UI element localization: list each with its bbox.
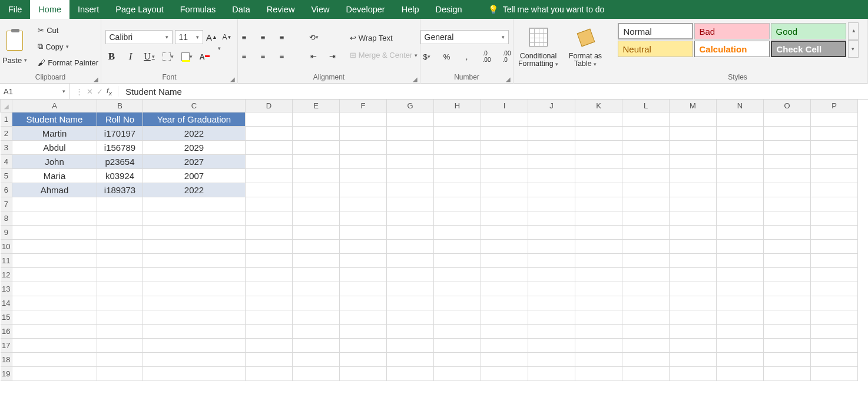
cell[interactable] [481,112,528,126]
cell[interactable] [434,267,481,282]
cell[interactable] [670,267,717,282]
row-header[interactable]: 11 [1,253,12,267]
number-format-combo[interactable]: General▾ [420,30,509,44]
cell[interactable] [434,239,481,253]
select-all-corner[interactable]: ◢ [1,100,12,112]
cell[interactable] [481,366,528,381]
cell[interactable] [434,366,481,381]
cell[interactable] [481,282,528,296]
align-bottom-icon[interactable]: ≡ [276,31,289,44]
cell[interactable] [670,112,717,126]
cell[interactable] [622,352,670,366]
cell[interactable] [434,126,481,140]
cell[interactable] [246,197,293,211]
cell[interactable] [434,253,481,267]
cell[interactable] [575,338,622,352]
cell[interactable] [622,197,670,211]
decrease-font-icon[interactable]: A▼ [221,31,234,44]
cell[interactable] [764,267,811,282]
row-header[interactable]: 7 [1,197,12,211]
cell[interactable] [434,183,481,197]
cell[interactable] [293,338,340,352]
cell[interactable] [481,352,528,366]
conditional-formatting-icon[interactable] [525,24,551,50]
dots-icon[interactable]: ⋮ [75,87,83,96]
enter-icon[interactable]: ✓ [97,87,103,96]
tab-page-layout[interactable]: Page Layout [107,0,171,19]
cell[interactable] [575,310,622,324]
merge-center-button[interactable]: ⊞Merge & Center ▾ [347,49,420,61]
cell[interactable] [340,253,387,267]
cell[interactable] [97,296,143,310]
orientation-icon[interactable]: ⟲▾ [307,31,320,44]
cell[interactable] [622,366,670,381]
cell[interactable]: Roll No [97,112,143,126]
cell[interactable] [387,253,434,267]
align-right-icon[interactable]: ≡ [276,49,289,62]
column-header[interactable]: H [434,100,481,112]
tab-developer[interactable]: Developer [338,0,393,19]
cell[interactable] [670,211,717,225]
cell[interactable] [528,112,575,126]
font-name-combo[interactable]: Calibri▾ [105,30,173,44]
cell[interactable] [340,352,387,366]
cell[interactable] [387,197,434,211]
cell[interactable] [528,168,575,183]
cell[interactable] [12,211,97,225]
cell[interactable] [622,112,670,126]
cell[interactable] [528,154,575,168]
cell[interactable] [387,366,434,381]
cell[interactable] [811,324,858,338]
style-bad[interactable]: Bad [694,23,770,39]
cell[interactable] [434,112,481,126]
cell[interactable] [387,282,434,296]
cell[interactable] [12,296,97,310]
percent-icon[interactable]: % [440,50,453,63]
cell[interactable] [97,338,143,352]
cell[interactable] [717,154,764,168]
row-header[interactable]: 12 [1,267,12,282]
increase-font-icon[interactable]: A▲ [206,31,218,44]
cell[interactable] [246,239,293,253]
column-header[interactable]: E [293,100,340,112]
cell[interactable] [97,211,143,225]
cell[interactable] [811,154,858,168]
fx-icon[interactable]: fx [107,86,112,97]
cell[interactable]: p23654 [97,154,143,168]
cell[interactable] [811,225,858,239]
cell[interactable] [717,366,764,381]
row-header[interactable]: 10 [1,239,12,253]
increase-decimal-icon[interactable]: .0.00 [481,50,493,63]
cell[interactable] [481,225,528,239]
cell[interactable] [717,126,764,140]
cell[interactable] [622,296,670,310]
cell[interactable] [387,267,434,282]
cell[interactable] [293,183,340,197]
currency-icon[interactable]: $▾ [420,50,433,63]
cell[interactable] [528,282,575,296]
cell[interactable] [764,282,811,296]
cell[interactable] [293,154,340,168]
cell[interactable] [764,366,811,381]
row-header[interactable]: 2 [1,126,12,140]
cell[interactable] [811,366,858,381]
styles-more[interactable]: ▾ [848,40,859,58]
cell[interactable] [528,338,575,352]
cell[interactable] [575,225,622,239]
cell[interactable] [293,140,340,154]
cell[interactable] [622,310,670,324]
spreadsheet-grid[interactable]: ◢ABCDEFGHIJKLMNOP 1Student NameRoll NoYe… [0,100,858,381]
cell[interactable] [12,352,97,366]
cell[interactable] [143,366,246,381]
cell[interactable] [528,310,575,324]
cell[interactable] [528,183,575,197]
align-center-icon[interactable]: ≡ [257,49,270,62]
cell[interactable] [246,296,293,310]
cell[interactable]: John [12,154,97,168]
cell[interactable] [12,267,97,282]
cell[interactable] [670,324,717,338]
cell[interactable] [811,239,858,253]
cell[interactable] [387,168,434,183]
cell[interactable] [340,126,387,140]
column-header[interactable]: K [575,100,622,112]
